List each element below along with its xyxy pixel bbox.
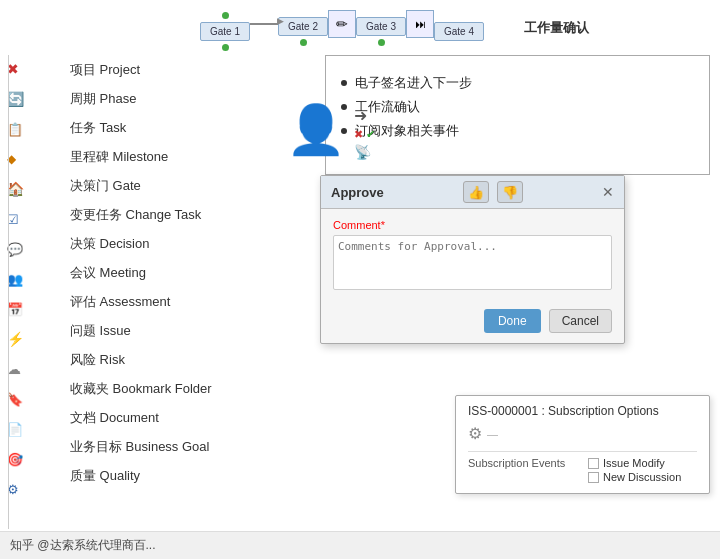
icon-bookmark: 🔖 — [7, 392, 23, 407]
menu-item-quality[interactable]: 质量 Quality — [65, 461, 295, 490]
action-arrows: ➜ ✖ ✔ 📡 — [354, 106, 375, 160]
check-icon: ✔ — [366, 128, 375, 141]
main-content: 项目 Project 周期 Phase 任务 Task 里程碑 Mileston… — [55, 55, 720, 529]
sidebar-tree: ✖ 🔄 📋 ◆ 🏠 ☑ 💬 👥 📅 ⚡ ☁ 🔖 📄 🎯 ⚙ — [0, 55, 55, 529]
required-star: * — [381, 219, 385, 231]
menu-item-assessment[interactable]: 评估 Assessment — [65, 287, 295, 316]
menu-item-risk[interactable]: 风险 Risk — [65, 345, 295, 374]
workflow-bar: Gate 1 Gate 2 ✏ Gate 3 ⏭ Gate 4 工作量确认 — [200, 12, 710, 51]
icon-ppt: 📄 — [7, 422, 23, 437]
stage-box-2: Gate 2 — [278, 17, 328, 36]
workflow-stage-1: Gate 1 — [200, 12, 250, 51]
checkbox-issue-label: Issue Modify — [603, 457, 665, 469]
dialog-footer: Done Cancel — [321, 303, 624, 343]
icon-lightning: ⚡ — [7, 331, 24, 347]
stage-dot-bottom-1 — [222, 44, 229, 51]
approve-dialog: Approve 👍 👎 ✕ Comment* Done Cancel — [320, 175, 625, 344]
user-figure: 👤 — [286, 102, 346, 158]
stage-dot-bottom-2 — [300, 39, 307, 46]
stage-dot-bottom-3 — [378, 39, 385, 46]
sub-events-row: Subscription Events Issue Modify New Dis… — [468, 457, 697, 483]
icon-speech: 💬 — [7, 242, 23, 257]
stage-box-4: Gate 4 — [434, 22, 484, 41]
menu-item-phase[interactable]: 周期 Phase — [65, 84, 295, 113]
arrow-right-icon: ➜ — [354, 106, 367, 125]
sidebar-icon-2[interactable]: 🔄 — [7, 85, 24, 113]
menu-item-task[interactable]: 任务 Task — [65, 113, 295, 142]
thumb-up-button[interactable]: 👍 — [463, 181, 489, 203]
sub-gear-icon: ⚙ — [468, 424, 482, 443]
workflow-stage-2: Gate 2 — [278, 17, 328, 46]
user-icon-area: 👤 ➜ ✖ ✔ 📡 — [265, 85, 395, 175]
menu-item-decision[interactable]: 决策 Decision — [65, 229, 295, 258]
menu-item-project[interactable]: 项目 Project — [65, 55, 295, 84]
sidebar-icon-7[interactable]: 💬 — [7, 235, 23, 263]
menu-item-document[interactable]: 文档 Document — [65, 403, 295, 432]
checkbox-new-discussion[interactable] — [588, 472, 599, 483]
cancel-button[interactable]: Cancel — [549, 309, 612, 333]
thumb-down-button[interactable]: 👎 — [497, 181, 523, 203]
sidebar-icon-12[interactable]: 🔖 — [7, 385, 23, 413]
icon-calendar: 📅 — [7, 302, 23, 317]
sub-checkboxes: Issue Modify New Discussion — [588, 457, 681, 483]
checkbox-discussion-label: New Discussion — [603, 471, 681, 483]
wifi-icon: 📡 — [354, 144, 371, 160]
stage-special-icon-2: ⏭ — [406, 10, 434, 38]
sub-check-issue: Issue Modify — [588, 457, 681, 469]
checkbox-issue-modify[interactable] — [588, 458, 599, 469]
subscription-panel: ISS-0000001 : Subscription Options ⚙ — S… — [455, 395, 710, 494]
subscription-title: ISS-0000001 : Subscription Options — [468, 404, 697, 418]
menu-item-meeting[interactable]: 会议 Meeting — [65, 258, 295, 287]
icon-clock: 🔄 — [7, 91, 24, 107]
sidebar-icon-3[interactable]: 📋 — [7, 115, 23, 143]
stage-dot-top-1 — [222, 12, 229, 19]
stage-box-1: Gate 1 — [200, 22, 250, 41]
sidebar-icon-11[interactable]: ☁ — [7, 355, 21, 383]
stage-special-icon: ✏ — [328, 10, 356, 38]
dialog-close-button[interactable]: ✕ — [602, 184, 614, 200]
menu-list: 项目 Project 周期 Phase 任务 Task 里程碑 Mileston… — [65, 55, 295, 490]
icon-group: 👥 — [7, 272, 23, 287]
x-check-row: ✖ ✔ — [354, 128, 375, 141]
sidebar-icon-5[interactable]: 🏠 — [7, 175, 24, 203]
wifi-row: 📡 — [354, 144, 375, 160]
menu-item-milestone[interactable]: 里程碑 Milestone — [65, 142, 295, 171]
tree-vertical-line — [8, 55, 9, 529]
workflow-stage-4: Gate 4 — [434, 22, 484, 41]
stage-arrow-1 — [250, 23, 278, 25]
sub-events-label: Subscription Events — [468, 457, 578, 469]
dialog-thumbs: 👍 👎 — [463, 181, 523, 203]
sub-gear-row: ⚙ — — [468, 424, 697, 443]
icon-goal: 🎯 — [7, 452, 23, 467]
icon-cloud: ☁ — [7, 361, 21, 377]
workflow-stage-3: Gate 3 — [356, 17, 406, 46]
comment-textarea[interactable] — [333, 235, 612, 290]
x-icon: ✖ — [354, 128, 363, 141]
dialog-body: Comment* — [321, 209, 624, 303]
dialog-title: Approve — [331, 185, 384, 200]
menu-item-gate[interactable]: 决策门 Gate — [65, 171, 295, 200]
sub-check-discussion: New Discussion — [588, 471, 681, 483]
stage-box-3: Gate 3 — [356, 17, 406, 36]
sidebar-icon-13[interactable]: 📄 — [7, 415, 23, 443]
menu-item-changetask[interactable]: 变更任务 Change Task — [65, 200, 295, 229]
sub-divider — [468, 451, 697, 452]
menu-item-businessgoal[interactable]: 业务目标 Business Goal — [65, 432, 295, 461]
icon-home: 🏠 — [7, 181, 24, 197]
sidebar-icon-14[interactable]: 🎯 — [7, 445, 23, 473]
arrow-right-row: ➜ — [354, 106, 375, 125]
dialog-comment-label: Comment* — [333, 219, 612, 231]
sidebar-icon-9[interactable]: 📅 — [7, 295, 23, 323]
menu-item-issue[interactable]: 问题 Issue — [65, 316, 295, 345]
sidebar-icon-10[interactable]: ⚡ — [7, 325, 24, 353]
workflow-right-label: 工作量确认 — [524, 19, 589, 37]
sub-dash: — — [487, 428, 498, 440]
icon-doc: 📋 — [7, 122, 23, 137]
menu-item-bookmark[interactable]: 收藏夹 Bookmark Folder — [65, 374, 295, 403]
done-button[interactable]: Done — [484, 309, 541, 333]
dialog-header: Approve 👍 👎 ✕ — [321, 176, 624, 209]
sidebar-icon-8[interactable]: 👥 — [7, 265, 23, 293]
watermark-text: 知乎 @达索系统代理商百... — [10, 537, 156, 554]
watermark: 知乎 @达索系统代理商百... — [0, 531, 720, 559]
